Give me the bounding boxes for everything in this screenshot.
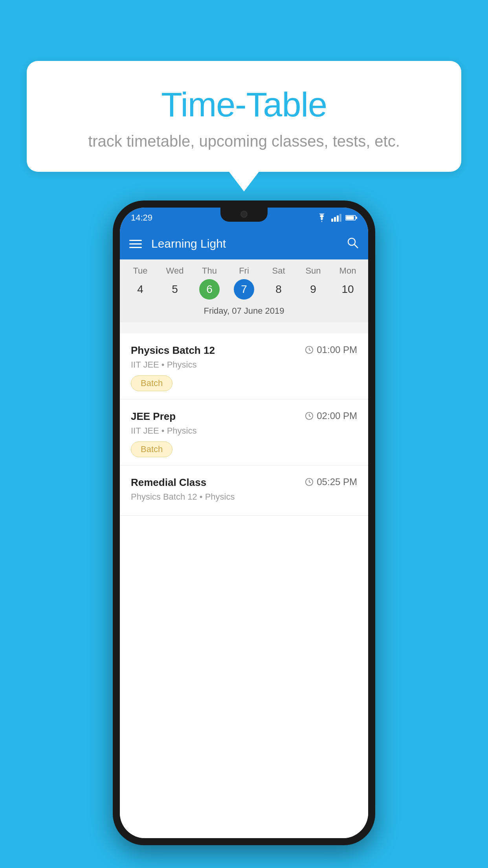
wifi-icon — [316, 213, 327, 222]
day-number: 4 — [130, 279, 150, 300]
status-icons — [316, 213, 357, 222]
hamburger-menu-icon[interactable] — [129, 240, 142, 248]
svg-rect-6 — [356, 217, 357, 219]
schedule-item-2[interactable]: Remedial Class 05:25 PMPhysics Batch 12 … — [120, 465, 368, 516]
clock-icon — [305, 346, 314, 354]
day-name: Fri — [239, 266, 249, 276]
status-time: 14:29 — [131, 213, 152, 223]
schedule-list: Physics Batch 12 01:00 PMIIT JEE • Physi… — [120, 333, 368, 838]
schedule-title: Physics Batch 12 — [131, 344, 215, 357]
svg-rect-5 — [346, 216, 354, 220]
schedule-subtitle: IIT JEE • Physics — [131, 360, 357, 370]
app-bar-title: Learning Light — [151, 237, 346, 250]
day-cell-wed[interactable]: Wed5 — [161, 266, 189, 300]
day-cell-tue[interactable]: Tue4 — [126, 266, 154, 300]
phone-notch — [220, 208, 268, 222]
batch-badge: Batch — [131, 441, 172, 457]
day-number: 6 — [199, 279, 220, 300]
day-name: Wed — [166, 266, 184, 276]
schedule-time: 05:25 PM — [305, 476, 357, 487]
day-cell-sun[interactable]: Sun9 — [299, 266, 327, 300]
speech-bubble-title: Time-Table — [58, 85, 430, 125]
days-row: Tue4Wed5Thu6Fri7Sat8Sun9Mon10 — [120, 259, 368, 303]
day-name: Mon — [339, 266, 356, 276]
day-cell-mon[interactable]: Mon10 — [334, 266, 362, 300]
day-name: Sun — [305, 266, 321, 276]
speech-bubble: Time-Table track timetable, upcoming cla… — [27, 61, 461, 172]
day-number: 10 — [338, 279, 358, 300]
hamburger-line-1 — [129, 240, 142, 241]
camera-icon — [240, 211, 248, 218]
schedule-item-top: Physics Batch 12 01:00 PM — [131, 344, 357, 357]
battery-icon — [345, 215, 357, 221]
day-cell-fri[interactable]: Fri7 — [230, 266, 258, 300]
svg-line-8 — [354, 245, 358, 248]
svg-point-7 — [348, 238, 355, 245]
hamburger-line-3 — [129, 247, 142, 248]
speech-bubble-arrow — [229, 172, 259, 191]
clock-icon — [305, 478, 314, 486]
phone-frame: 14:29 — [113, 200, 375, 845]
search-button[interactable] — [346, 236, 359, 252]
schedule-item-top: Remedial Class 05:25 PM — [131, 476, 357, 489]
schedule-subtitle: Physics Batch 12 • Physics — [131, 492, 357, 502]
svg-rect-0 — [331, 219, 333, 222]
schedule-item-0[interactable]: Physics Batch 12 01:00 PMIIT JEE • Physi… — [120, 333, 368, 399]
hamburger-line-2 — [129, 243, 142, 245]
phone-screen: 14:29 — [120, 208, 368, 838]
schedule-title: JEE Prep — [131, 410, 176, 423]
svg-rect-3 — [339, 214, 341, 222]
batch-badge: Batch — [131, 375, 172, 391]
app-bar: Learning Light — [120, 228, 368, 259]
schedule-title: Remedial Class — [131, 476, 206, 489]
svg-rect-2 — [337, 215, 339, 222]
schedule-item-top: JEE Prep 02:00 PM — [131, 410, 357, 423]
day-number: 9 — [303, 279, 323, 300]
speech-bubble-container: Time-Table track timetable, upcoming cla… — [27, 61, 461, 191]
speech-bubble-subtitle: track timetable, upcoming classes, tests… — [58, 132, 430, 150]
schedule-item-1[interactable]: JEE Prep 02:00 PMIIT JEE • PhysicsBatch — [120, 399, 368, 465]
signal-icon — [331, 214, 341, 222]
selected-date-label: Friday, 07 June 2019 — [120, 303, 368, 322]
day-name: Sat — [272, 266, 285, 276]
day-name: Tue — [133, 266, 147, 276]
day-cell-thu[interactable]: Thu6 — [195, 266, 224, 300]
svg-rect-1 — [334, 217, 336, 222]
day-number: 7 — [234, 279, 254, 300]
day-number: 8 — [268, 279, 289, 300]
phone-wrapper: 14:29 — [113, 200, 375, 845]
schedule-time: 01:00 PM — [305, 344, 357, 355]
day-name: Thu — [202, 266, 217, 276]
day-number: 5 — [165, 279, 185, 300]
schedule-subtitle: IIT JEE • Physics — [131, 426, 357, 436]
schedule-time: 02:00 PM — [305, 410, 357, 421]
day-cell-sat[interactable]: Sat8 — [264, 266, 293, 300]
calendar-section: Tue4Wed5Thu6Fri7Sat8Sun9Mon10 Friday, 07… — [120, 259, 368, 322]
clock-icon — [305, 412, 314, 420]
